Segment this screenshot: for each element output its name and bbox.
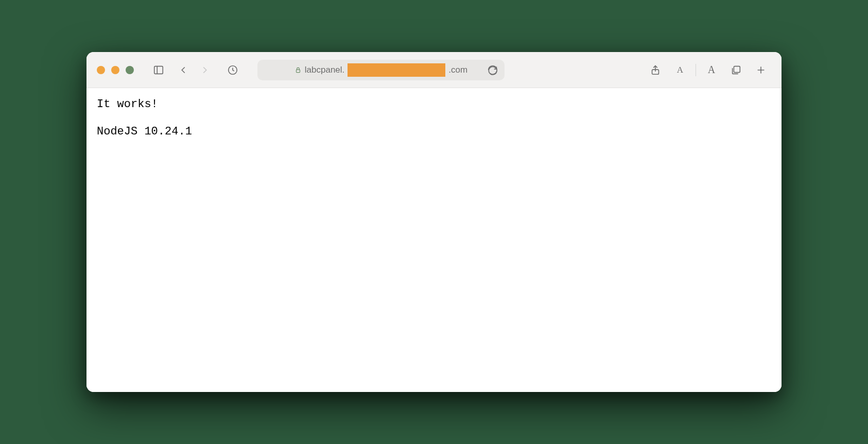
new-tab-button[interactable] (751, 60, 771, 80)
toolbar-divider (696, 64, 696, 76)
chevron-left-icon (178, 64, 189, 76)
url-prefix: labcpanel. (305, 65, 345, 75)
tabs-icon (731, 64, 742, 76)
tabs-button[interactable] (726, 60, 747, 80)
font-size-small-button[interactable]: A (670, 60, 690, 80)
share-button[interactable] (645, 60, 666, 80)
address-content: labcpanel. .com (294, 63, 467, 77)
version-text: NodeJS 10.24.1 (97, 125, 771, 140)
window-controls (97, 66, 134, 74)
history-button[interactable] (222, 60, 243, 80)
forward-button[interactable] (195, 60, 215, 80)
url-redacted (348, 63, 445, 77)
sidebar-icon (153, 64, 164, 76)
font-small-icon: A (677, 65, 683, 75)
browser-window: labcpanel. .com A A (86, 52, 782, 392)
close-window-button[interactable] (97, 66, 105, 74)
font-size-large-button[interactable]: A (701, 60, 722, 80)
back-button[interactable] (173, 60, 194, 80)
sidebar-toggle-button[interactable] (148, 60, 169, 80)
reload-button[interactable] (487, 64, 498, 76)
maximize-window-button[interactable] (126, 66, 134, 74)
minimize-window-button[interactable] (111, 66, 119, 74)
address-bar[interactable]: labcpanel. .com (257, 60, 505, 80)
svg-rect-0 (154, 66, 163, 74)
svg-rect-5 (734, 66, 740, 72)
font-large-icon: A (708, 64, 715, 76)
reload-icon (487, 64, 498, 76)
browser-toolbar: labcpanel. .com A A (86, 52, 782, 88)
chevron-right-icon (199, 64, 211, 76)
plus-icon (755, 64, 767, 76)
url-suffix: .com (448, 65, 467, 75)
svg-rect-3 (296, 70, 300, 72)
clock-icon (227, 64, 238, 76)
page-content: It works! NodeJS 10.24.1 (86, 88, 782, 392)
share-icon (650, 64, 661, 76)
status-text: It works! (97, 97, 771, 112)
lock-icon (294, 66, 302, 74)
